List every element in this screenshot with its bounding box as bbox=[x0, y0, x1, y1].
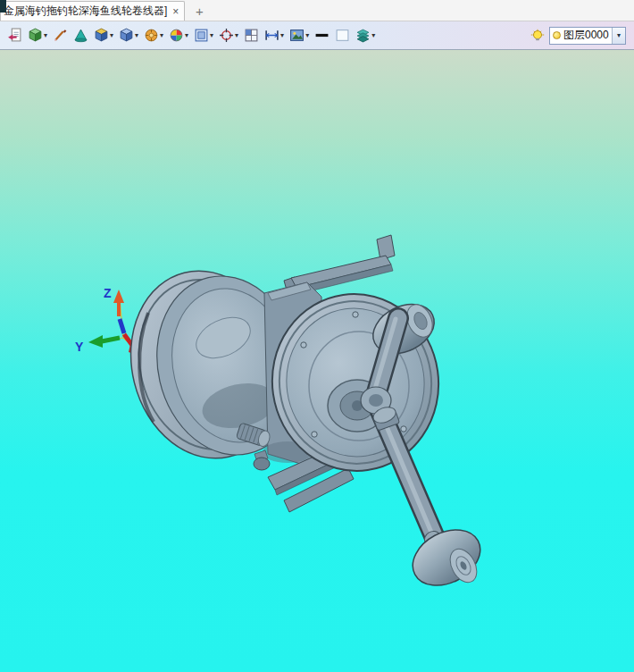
cad-window: 金属海钓拖钓轮深海鱼线轮卷线器] × + ▾ ▾ ▾ ▾ bbox=[0, 0, 634, 672]
model-fishing-reel[interactable] bbox=[112, 235, 490, 597]
dropdown-arrow-icon[interactable]: ▾ bbox=[210, 32, 213, 39]
document-tab[interactable]: 金属海钓拖钓轮深海鱼线轮卷线器] × bbox=[0, 1, 185, 21]
material-box-icon bbox=[94, 28, 109, 43]
exit-document-button[interactable] bbox=[5, 25, 24, 46]
toolbar: ▾ ▾ ▾ ▾ ▾ ▾ ▾ bbox=[0, 21, 634, 50]
window-corner-chip bbox=[0, 0, 6, 13]
cone-button[interactable] bbox=[71, 25, 90, 46]
blue-cube-icon bbox=[119, 28, 134, 43]
tab-bar: 金属海钓拖钓轮深海鱼线轮卷线器] × + bbox=[0, 0, 634, 21]
view-frame-icon bbox=[194, 28, 209, 43]
brush-icon bbox=[53, 28, 68, 43]
background-image-button[interactable]: ▾ bbox=[288, 25, 311, 46]
locate-target-icon bbox=[219, 28, 234, 43]
measure-ruler-icon bbox=[264, 28, 279, 43]
measure-ruler-button[interactable]: ▾ bbox=[263, 25, 286, 46]
color-palette-icon bbox=[169, 28, 184, 43]
split-view-button[interactable] bbox=[242, 25, 261, 46]
dropdown-arrow-icon[interactable]: ▾ bbox=[185, 32, 188, 39]
tab-title: 金属海钓拖钓轮深海鱼线轮卷线器] bbox=[4, 4, 167, 19]
blank-swatch-icon bbox=[335, 28, 350, 43]
new-tab-button[interactable]: + bbox=[190, 3, 208, 20]
material-box-button[interactable]: ▾ bbox=[92, 25, 115, 46]
layer-combo-value: 图层0000 bbox=[563, 28, 612, 43]
tab-close-icon[interactable]: × bbox=[171, 6, 180, 17]
layer-visibility-button[interactable] bbox=[529, 25, 546, 46]
dropdown-arrow-icon[interactable]: ▾ bbox=[135, 32, 138, 39]
orange-wheel-button[interactable]: ▾ bbox=[142, 25, 165, 46]
layer-combo[interactable]: 图层0000 ▾ bbox=[549, 27, 626, 45]
axis-y-label: Y bbox=[75, 340, 84, 354]
dropdown-arrow-icon[interactable]: ▾ bbox=[44, 32, 47, 39]
layer-color-icon bbox=[553, 31, 561, 39]
dropdown-arrow-icon[interactable]: ▾ bbox=[305, 32, 309, 39]
dropdown-arrow-icon[interactable]: ▾ bbox=[280, 32, 284, 39]
shaded-cube-button[interactable]: ▾ bbox=[26, 25, 49, 46]
line-width-button[interactable] bbox=[313, 25, 331, 46]
blue-cube-button[interactable]: ▾ bbox=[117, 25, 140, 46]
cone-icon bbox=[73, 28, 88, 43]
dropdown-arrow-icon[interactable]: ▾ bbox=[235, 32, 238, 39]
scene-canvas[interactable]: Z Y bbox=[0, 50, 634, 672]
layers-stack-icon bbox=[355, 28, 371, 43]
dropdown-arrow-icon[interactable]: ▾ bbox=[371, 32, 375, 39]
blank-swatch-button[interactable] bbox=[333, 25, 352, 46]
locate-target-button[interactable]: ▾ bbox=[217, 25, 240, 46]
viewport-3d[interactable]: Z Y bbox=[0, 50, 634, 672]
background-image-icon bbox=[289, 28, 304, 43]
exit-document-icon bbox=[7, 28, 22, 43]
split-view-icon bbox=[244, 28, 259, 43]
dropdown-arrow-icon[interactable]: ▾ bbox=[110, 32, 113, 39]
lightbulb-icon bbox=[530, 29, 545, 43]
shaded-cube-icon bbox=[28, 28, 43, 43]
brush-button[interactable] bbox=[51, 25, 70, 46]
layers-stack-button[interactable]: ▾ bbox=[354, 25, 377, 46]
view-frame-button[interactable]: ▾ bbox=[192, 25, 215, 46]
combo-dropdown-icon[interactable]: ▾ bbox=[612, 28, 625, 44]
orange-wheel-icon bbox=[144, 28, 159, 43]
color-palette-button[interactable]: ▾ bbox=[167, 25, 190, 46]
dropdown-arrow-icon[interactable]: ▾ bbox=[160, 32, 163, 39]
axis-z-label: Z bbox=[104, 286, 112, 300]
line-width-icon bbox=[314, 28, 330, 43]
crank-handle-knob[interactable] bbox=[404, 518, 490, 596]
